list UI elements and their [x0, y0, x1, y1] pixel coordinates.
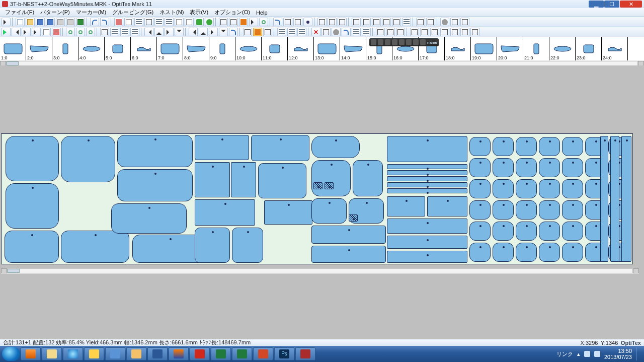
nested-piece[interactable] — [469, 200, 491, 220]
float-btn[interactable] — [420, 39, 426, 45]
palette-slot[interactable]: 11:0 — [262, 37, 288, 60]
task-word[interactable] — [147, 347, 168, 360]
menu-file[interactable]: ファイル(F) — [2, 8, 37, 17]
nested-piece[interactable] — [621, 136, 631, 262]
tool-noteb[interactable] — [185, 18, 194, 26]
nested-piece[interactable] — [427, 196, 467, 216]
palette-slot[interactable]: 23:0 — [576, 37, 602, 60]
float-btn[interactable] — [371, 39, 376, 45]
nested-piece[interactable] — [387, 219, 467, 234]
tool-ex1[interactable] — [352, 28, 361, 36]
palette-slot[interactable]: 5:0 — [105, 37, 131, 60]
nested-piece[interactable] — [516, 179, 537, 198]
tool-replace[interactable] — [195, 18, 204, 26]
tool-list2[interactable] — [120, 28, 129, 36]
tool-db[interactable] — [134, 18, 143, 26]
nested-piece[interactable] — [562, 179, 583, 198]
tool-out2[interactable] — [386, 28, 395, 36]
float-btn[interactable] — [385, 39, 390, 45]
float-btn[interactable] — [413, 39, 419, 45]
task-app1[interactable] — [84, 347, 104, 360]
nested-piece[interactable] — [493, 137, 514, 156]
tool-refresh[interactable] — [229, 28, 238, 36]
nested-piece[interactable] — [311, 198, 347, 224]
tool-book[interactable] — [124, 18, 133, 26]
nested-piece[interactable] — [610, 136, 619, 262]
nested-piece[interactable] — [539, 179, 560, 198]
tool-zoom[interactable] — [259, 18, 268, 26]
window-maximize-button[interactable]: ☐ — [604, 1, 619, 8]
tray-link[interactable]: リンク — [556, 350, 573, 358]
nested-piece[interactable] — [353, 160, 383, 196]
palette-slot[interactable]: 7:0 — [157, 37, 183, 60]
nested-piece[interactable] — [5, 231, 59, 263]
tool-ungroup-piece[interactable] — [362, 18, 371, 26]
tool-out3[interactable] — [396, 28, 405, 36]
nested-piece[interactable] — [387, 196, 425, 216]
canvas-scrollbar[interactable] — [1, 268, 639, 274]
tool-pointer[interactable] — [2, 18, 11, 26]
nested-piece[interactable] — [469, 137, 491, 156]
window-close-button[interactable]: ✕ — [620, 1, 642, 8]
tool-group-piece[interactable] — [352, 18, 361, 26]
tool-zoomin[interactable] — [66, 28, 75, 36]
menu-marker[interactable]: マーカー(M) — [73, 8, 110, 17]
nested-piece[interactable] — [195, 228, 230, 263]
tool-arr-u2[interactable] — [199, 28, 208, 36]
tool-lay2[interactable] — [328, 18, 337, 26]
nested-piece[interactable] — [493, 179, 514, 198]
tool-step-back[interactable] — [12, 28, 21, 36]
tool-arr-r[interactable] — [165, 28, 174, 36]
nested-piece[interactable] — [387, 164, 467, 169]
tool-step-fwd[interactable] — [22, 28, 31, 36]
tool-groupb[interactable] — [293, 18, 302, 26]
palette-slot[interactable]: 1:0 — [0, 37, 26, 60]
tray-clock[interactable]: 13:50 2013/07/23 — [604, 348, 632, 360]
task-firefox[interactable] — [169, 347, 189, 360]
tool-rotate[interactable] — [273, 18, 282, 26]
nested-piece[interactable] — [539, 222, 560, 241]
task-optitex[interactable] — [295, 347, 315, 360]
tool-nest1[interactable] — [277, 28, 286, 36]
menu-pattern[interactable]: パターン(P) — [37, 8, 73, 17]
tool-recycle[interactable] — [205, 18, 214, 26]
system-tray[interactable]: リンク ▴ 13:50 2013/07/23 — [556, 347, 642, 360]
show-desktop-button[interactable] — [636, 347, 640, 360]
palette-slot[interactable]: 13:0 — [314, 37, 340, 60]
nested-piece[interactable] — [539, 137, 560, 156]
tool-undo[interactable] — [90, 18, 99, 26]
start-button[interactable] — [2, 347, 20, 361]
nested-piece[interactable] — [387, 176, 467, 181]
tool-arr-u[interactable] — [154, 28, 164, 36]
menu-help[interactable]: Help — [253, 9, 271, 16]
tool-cursor[interactable] — [249, 18, 258, 26]
nested-piece[interactable] — [469, 222, 491, 241]
tool-misc3[interactable] — [460, 18, 469, 26]
float-btn[interactable] — [406, 39, 412, 45]
tool-misc1[interactable] — [440, 18, 449, 26]
tool-arr-d[interactable] — [175, 28, 184, 36]
nested-piece[interactable] — [61, 231, 129, 263]
nested-piece[interactable] — [493, 158, 514, 177]
nested-piece[interactable] — [516, 222, 537, 241]
nested-piece[interactable] — [311, 160, 351, 196]
tool-sel6[interactable] — [460, 28, 469, 36]
nested-piece[interactable] — [6, 136, 59, 181]
tool-print-preview[interactable] — [66, 18, 75, 26]
tool-match[interactable] — [402, 18, 411, 26]
palette-slot[interactable]: 20:0 — [497, 37, 523, 60]
nested-piece[interactable] — [387, 182, 467, 187]
tool-note[interactable] — [175, 18, 184, 26]
task-excel2[interactable] — [232, 347, 252, 360]
palette-slot[interactable]: 18:0 — [445, 37, 471, 60]
nested-piece[interactable] — [387, 236, 467, 249]
tool-sel3[interactable] — [430, 28, 439, 36]
tray-volume-icon[interactable] — [594, 351, 600, 357]
tool-sel1[interactable] — [410, 28, 419, 36]
nested-piece[interactable] — [264, 200, 312, 225]
nested-piece[interactable] — [516, 158, 537, 177]
tool-play[interactable] — [2, 28, 11, 36]
nested-piece[interactable] — [539, 243, 560, 262]
task-explorer[interactable] — [42, 347, 62, 360]
nested-piece[interactable] — [562, 222, 583, 241]
